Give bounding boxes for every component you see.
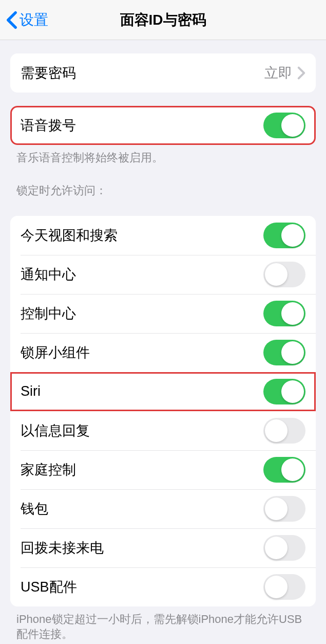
navigation-bar: 设置 面容ID与密码 bbox=[0, 0, 326, 40]
locked-access-row: Siri bbox=[10, 372, 316, 411]
locked-access-toggle[interactable] bbox=[263, 535, 305, 561]
locked-access-toggle[interactable] bbox=[263, 379, 305, 404]
locked-access-row: 今天视图和搜索 bbox=[10, 216, 316, 255]
locked-access-toggle[interactable] bbox=[263, 457, 305, 483]
locked-access-label: 控制中心 bbox=[21, 304, 76, 323]
group-require-passcode: 需要密码 立即 bbox=[10, 53, 316, 93]
locked-access-label: 回拨未接来电 bbox=[21, 539, 104, 557]
locked-access-toggle[interactable] bbox=[263, 574, 305, 600]
locked-access-row: 钱包 bbox=[10, 489, 316, 528]
back-label: 设置 bbox=[20, 10, 48, 30]
require-passcode-value: 立即 bbox=[264, 64, 292, 82]
locked-access-row: 锁屏小组件 bbox=[10, 333, 316, 372]
locked-access-header: 锁定时允许访问： bbox=[0, 165, 326, 203]
locked-access-label: 钱包 bbox=[21, 500, 48, 518]
locked-access-toggle[interactable] bbox=[263, 262, 305, 287]
locked-access-label: 家庭控制 bbox=[21, 461, 76, 479]
locked-access-label: Siri bbox=[21, 383, 41, 399]
group-voice-dial: 语音拨号 bbox=[10, 106, 316, 145]
require-passcode-label: 需要密码 bbox=[21, 64, 76, 82]
locked-access-label: 锁屏小组件 bbox=[21, 343, 90, 362]
voice-dial-toggle[interactable] bbox=[263, 113, 305, 138]
row-require-passcode[interactable]: 需要密码 立即 bbox=[10, 53, 316, 93]
page-title: 面容ID与密码 bbox=[120, 10, 206, 30]
locked-access-label: 今天视图和搜索 bbox=[21, 226, 118, 245]
locked-access-label: 通知中心 bbox=[21, 265, 76, 284]
locked-access-toggle[interactable] bbox=[263, 496, 305, 522]
locked-access-toggle[interactable] bbox=[263, 418, 305, 444]
locked-access-row: USB配件 bbox=[10, 567, 316, 606]
chevron-left-icon bbox=[6, 11, 17, 29]
locked-access-row: 回拨未接来电 bbox=[10, 528, 316, 567]
locked-access-row: 控制中心 bbox=[10, 294, 316, 333]
chevron-right-icon bbox=[297, 66, 305, 80]
locked-access-row: 以信息回复 bbox=[10, 411, 316, 450]
locked-access-toggle[interactable] bbox=[263, 301, 305, 326]
locked-access-toggle[interactable] bbox=[263, 223, 305, 248]
voice-dial-footer: 音乐语音控制将始终被启用。 bbox=[0, 145, 326, 165]
row-voice-dial: 语音拨号 bbox=[10, 106, 316, 145]
locked-access-toggle[interactable] bbox=[263, 340, 305, 365]
locked-access-label: USB配件 bbox=[21, 578, 77, 596]
locked-access-row: 家庭控制 bbox=[10, 450, 316, 489]
locked-access-label: 以信息回复 bbox=[21, 421, 90, 440]
locked-access-row: 通知中心 bbox=[10, 255, 316, 294]
voice-dial-label: 语音拨号 bbox=[21, 116, 76, 135]
group-locked-access: 今天视图和搜索通知中心控制中心锁屏小组件Siri以信息回复家庭控制钱包回拨未接来… bbox=[10, 216, 316, 606]
locked-access-footer: iPhone锁定超过一小时后，需先解锁iPhone才能允许USB配件连接。 bbox=[0, 606, 326, 642]
back-button[interactable]: 设置 bbox=[0, 10, 48, 30]
